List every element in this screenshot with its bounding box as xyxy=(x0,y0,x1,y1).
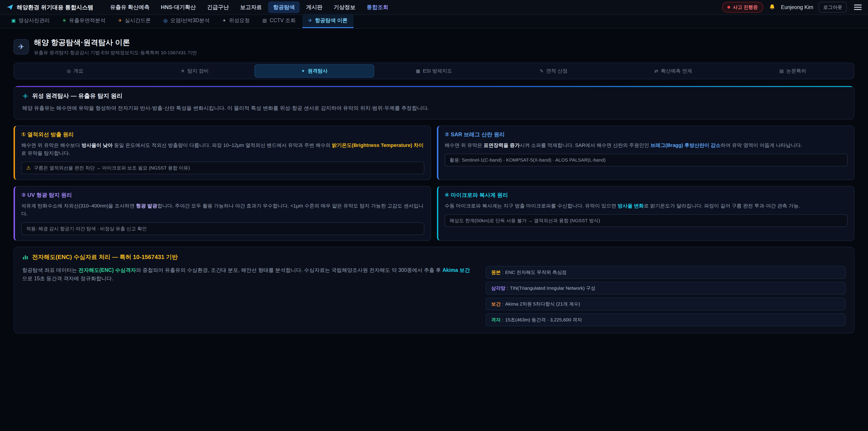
subtab-aerial-search-theory[interactable]: ✈ 항공탐색 이론 xyxy=(303,14,353,28)
tab-detection-equipment[interactable]: ✈ 탐지 장비 xyxy=(135,64,254,78)
enc-heading: 전자해도(ENC) 수심자료 처리 — 특허 10-1567431 기반 xyxy=(32,253,178,261)
card-body: 해수면 위 유막은 표면장력을 증가시켜 소파를 억제합니다. SAR에서 해수… xyxy=(445,141,848,149)
subtab-satellite-request[interactable]: ✦ 위성요청 xyxy=(216,14,256,28)
notification-bell-icon[interactable] xyxy=(769,4,776,11)
enc-row-interpolation: 보간 Akima 2차원 5차다항식 (21개 계수) xyxy=(486,298,846,310)
card-body: 수동 마이크로파 복사계는 지구 방출 마이크로파를 수신합니다. 유막이 있으… xyxy=(445,202,848,210)
image-icon: ▣ xyxy=(11,18,16,23)
measure-icon: ✎ xyxy=(540,68,544,74)
subtab-pollution-ship-3d[interactable]: ◎ 오염/선박3D분석 xyxy=(158,14,215,28)
tab-remote-sensing[interactable]: ✦ 원격탐사 xyxy=(254,64,374,78)
logo-text: 해양환경 위기대응 통합시스템 xyxy=(17,4,93,11)
principle-card-grid: ① 열적외선 방출 원리 해수면 위 유막은 해수보다 방사율이 낮아 동일 온… xyxy=(13,125,855,241)
tab-esi-map[interactable]: ▦ ESI 방제지도 xyxy=(374,64,494,78)
remote-sensing-intro: 해양 유출유는 해수면에 유막을 형성하여 전자기파 반사·방출·산란 특성을 … xyxy=(22,104,846,112)
nav-item-rescue[interactable]: 긴급구난 xyxy=(202,1,234,13)
enc-body: 항공탐색 좌표 데이터는 전자해도(ENC) 수심격자와 중첩되어 유출유의 수… xyxy=(22,266,472,283)
satellite-icon: ✦ xyxy=(301,68,305,74)
page-plane-icon: ✈ xyxy=(13,39,29,55)
satellite-heading-icon xyxy=(22,93,29,99)
area-analysis-icon: ✳ xyxy=(62,18,66,23)
card-note: 해상도 한계(50km)로 단독 사용 불가 → 열적외선과 융합 (NGSST… xyxy=(445,214,848,227)
card-uv-fluorescence: ③ UV 형광 탐지 원리 석유계 탄화수소에 자외선(310–400nm)을 … xyxy=(13,186,431,241)
nav-item-aerial-search[interactable]: 항공탐색 xyxy=(268,1,300,13)
main-nav: 유출유 확산예측 HNS·대기확산 긴급구난 보고자료 항공탐색 게시판 기상정… xyxy=(105,1,722,13)
drone-icon: ✈ xyxy=(118,18,122,23)
logo-icon xyxy=(6,4,13,11)
card-note: 활용: Sentinel-1(C-band) · KOMPSAT-5(X-ban… xyxy=(445,154,848,166)
docs-icon: ▤ xyxy=(779,68,784,74)
scan-icon: ◎ xyxy=(163,18,167,23)
enc-row-tin: 삼각망 TIN(Triangulated Irregular Network) … xyxy=(486,282,846,295)
card-body: 석유계 탄화수소에 자외선(310–400nm)을 조사하면 형광 발광합니다.… xyxy=(21,202,424,218)
menu-icon[interactable] xyxy=(854,4,862,10)
card-sar-bragg: ② SAR 브래그 산란 원리 해수면 위 유막은 표면장력을 증가시켜 소파를… xyxy=(437,125,855,180)
card-microwave-radiometer: ④ 마이크로파 복사계 원리 수동 마이크로파 복사계는 지구 방출 마이크로파… xyxy=(437,186,855,241)
warning-icon: ⚠ xyxy=(26,165,31,171)
card-title: ④ 마이크로파 복사계 원리 xyxy=(445,191,848,199)
globe-icon: ◎ xyxy=(67,68,71,74)
sub-tab-bar: ▣ 영상사진관리 ✳ 유출유면적분석 ✈ 실시간드론 ◎ 오염/선박3D분석 ✦… xyxy=(0,15,868,29)
nav-item-board[interactable]: 게시판 xyxy=(301,1,327,13)
cctv-icon: ▥ xyxy=(262,18,267,23)
map-icon: ▦ xyxy=(416,68,420,74)
card-title: ② SAR 브래그 산란 원리 xyxy=(445,131,848,138)
enc-row-original: 원본 ENC 전자해도 무작위 측심점 xyxy=(486,266,846,279)
remote-sensing-section: 위성 원격탐사 — 유출유 탐지 원리 해양 유출유는 해수면에 유막을 형성하… xyxy=(13,86,855,120)
page-title: 해양 항공탐색·원격탐사 이론 xyxy=(34,37,197,48)
user-name: Eunjeong Kim xyxy=(781,4,813,10)
app-root: 해양환경 위기대응 통합시스템 유출유 확산예측 HNS·대기확산 긴급구난 보… xyxy=(0,0,868,431)
tab-papers-patents[interactable]: ▤ 논문특허 xyxy=(733,64,852,78)
subtab-realtime-drone[interactable]: ✈ 실시간드론 xyxy=(112,14,157,28)
topbar-right: 사고 진행중 Eunjeong Kim 로그아웃 xyxy=(722,2,862,13)
page-subtitle: 유출유 원격탐지·항공감시 기법·ESI 방제정보지도·등록특허 10-1567… xyxy=(34,50,197,56)
topbar: 해양환경 위기대응 통합시스템 유출유 확산예측 HNS·대기확산 긴급구난 보… xyxy=(0,0,868,15)
incident-dot-icon xyxy=(727,6,730,8)
card-title: ① 열적외선 방출 원리 xyxy=(21,131,424,138)
card-thermal-infrared: ① 열적외선 방출 원리 해수면 위 유막은 해수보다 방사율이 낮아 동일 온… xyxy=(13,125,431,180)
link-icon: ⇄ xyxy=(654,68,658,74)
chart-icon xyxy=(22,254,29,260)
subtab-cctv[interactable]: ▥ CCTV 조회 xyxy=(256,14,302,28)
nav-item-reports[interactable]: 보고자료 xyxy=(235,1,267,13)
page-header: ✈ 해양 항공탐색·원격탐사 이론 유출유 원격탐지·항공감시 기법·ESI 방… xyxy=(13,37,855,56)
incident-status-label: 사고 진행중 xyxy=(733,4,758,10)
nav-item-hns[interactable]: HNS·대기확산 xyxy=(156,1,201,13)
nav-item-integrated-search[interactable]: 통합조회 xyxy=(362,1,393,13)
enc-row-grid: 격자 15초(463m) 등간격 · 3,225,600 격자 xyxy=(486,313,846,326)
logout-button[interactable]: 로그아웃 xyxy=(819,2,847,13)
enc-section: 전자해도(ENC) 수심자료 처리 — 특허 10-1567431 기반 항공탐… xyxy=(13,247,855,333)
enc-row-list: 원본 ENC 전자해도 무작위 측심점 삼각망 TIN(Triangulated… xyxy=(486,266,846,326)
card-note: 적용: 해경 감시 항공기 야간 탐색 · 비정상 유출 신고 확인 xyxy=(21,222,424,235)
subtab-image-management[interactable]: ▣ 영상사진관리 xyxy=(5,14,56,28)
enc-content: 항공탐색 좌표 데이터는 전자해도(ENC) 수심격자와 중첩되어 유출유의 수… xyxy=(22,266,846,326)
incident-status-badge[interactable]: 사고 진행중 xyxy=(722,2,763,13)
plane-icon: ✈ xyxy=(181,68,185,74)
tab-diffusion-link[interactable]: ⇄ 확산예측 연계 xyxy=(614,64,733,78)
logo[interactable]: 해양환경 위기대응 통합시스템 xyxy=(6,4,93,11)
nav-item-oil-spread[interactable]: 유출유 확산예측 xyxy=(105,1,155,13)
remote-sensing-heading: 위성 원격탐사 — 유출유 탐지 원리 xyxy=(32,92,123,100)
tab-overview[interactable]: ◎ 개요 xyxy=(16,64,135,78)
card-title: ③ UV 형광 탐지 원리 xyxy=(21,191,424,199)
subtab-oil-area-analysis[interactable]: ✳ 유출유면적분석 xyxy=(57,14,112,28)
card-body: 해수면 위 유막은 해수보다 방사율이 낮아 동일 온도에서도 적외선 방출량이… xyxy=(21,141,424,157)
main-content: ✈ 해양 항공탐색·원격탐사 이론 유출유 원격탐지·항공감시 기법·ESI 방… xyxy=(0,29,868,344)
plane-icon: ✈ xyxy=(308,18,312,23)
nav-item-weather[interactable]: 기상정보 xyxy=(329,1,360,13)
content-tab-strip: ◎ 개요 ✈ 탐지 장비 ✦ 원격탐사 ▦ ESI 방제지도 ✎ 면적 산정 ⇄… xyxy=(13,63,855,79)
card-note: ⚠ 구름은 열적외선을 완전 차단 → 마이크로파 보조 필요 (NGSST 융… xyxy=(21,162,424,174)
tab-area-calculation[interactable]: ✎ 면적 산정 xyxy=(494,64,614,78)
satellite-icon: ✦ xyxy=(222,18,226,23)
